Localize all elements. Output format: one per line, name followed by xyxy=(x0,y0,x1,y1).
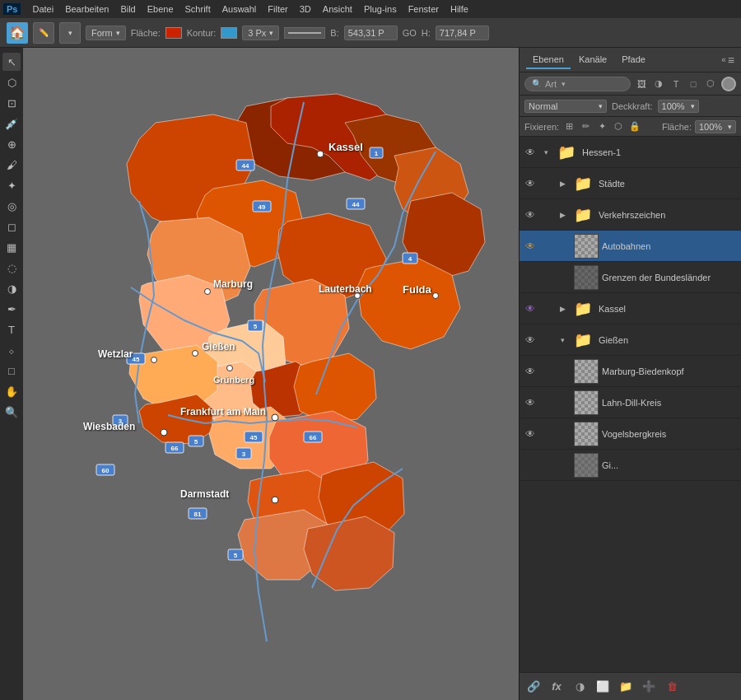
layer-eye-staedte[interactable]: 👁 xyxy=(523,176,538,191)
path-select-tool[interactable]: ⬦ xyxy=(2,341,21,359)
menu-bearbeiten[interactable]: Bearbeiten xyxy=(60,4,114,14)
ps-logo: Ps xyxy=(3,3,21,15)
tab-kanaele[interactable]: Kanäle xyxy=(572,51,613,69)
menu-ebene[interactable]: Ebene xyxy=(142,4,179,14)
mode-dropdown[interactable]: Form ▾ xyxy=(86,26,126,40)
layer-icon-smart[interactable]: ⬡ xyxy=(703,77,718,91)
layer-eye-hessen1[interactable]: 👁 xyxy=(523,145,538,160)
crop-tool[interactable]: ⊡ xyxy=(2,94,21,112)
line-style[interactable] xyxy=(284,27,325,39)
height-input[interactable] xyxy=(436,26,489,40)
layer-icon-adjust[interactable]: ◑ xyxy=(651,77,666,91)
fix-icon-pos[interactable]: ⊞ xyxy=(562,120,576,133)
fix-icon-artboard[interactable]: ⬡ xyxy=(612,120,625,133)
menu-fenster[interactable]: Fenster xyxy=(403,4,444,14)
layer-arrow-hessen1[interactable]: ▾ xyxy=(541,147,551,157)
clone-tool[interactable]: ✦ xyxy=(2,176,21,194)
frankfurt-dot xyxy=(272,414,278,421)
blend-mode-dropdown[interactable]: Normal ▾ xyxy=(524,100,607,113)
layer-arrow-giessen-group[interactable]: ▾ xyxy=(557,335,567,345)
pen-tool-left[interactable]: ✒ xyxy=(2,300,21,318)
footer-adjustment-btn[interactable]: ◑ xyxy=(571,678,589,696)
history-tool[interactable]: ◎ xyxy=(2,197,21,215)
panel-menu-icon[interactable]: ≡ xyxy=(728,54,734,67)
footer-fx-btn[interactable]: fx xyxy=(548,678,566,696)
menu-plugins[interactable]: Plug-ins xyxy=(359,4,402,14)
layer-icon-image[interactable]: 🖼 xyxy=(634,77,649,91)
layer-icon-shape[interactable]: □ xyxy=(686,77,701,91)
layer-eye-kassel[interactable]: 👁 xyxy=(523,301,538,316)
select-tool[interactable]: ↖ xyxy=(2,53,21,71)
stroke-size-dropdown[interactable]: 3 Px ▾ xyxy=(242,26,279,40)
menu-ansicht[interactable]: Ansicht xyxy=(318,4,357,14)
fix-icon-draw[interactable]: ✏ xyxy=(579,120,592,133)
footer-new-btn[interactable]: ➕ xyxy=(640,678,658,696)
layer-item-lahn-dill[interactable]: 👁 Lahn-Dill-Kreis xyxy=(520,387,741,418)
stroke-color-swatch[interactable] xyxy=(221,27,237,39)
layer-item-hessen1[interactable]: 👁 ▾ 📁 Hessen-1 xyxy=(520,137,741,168)
blur-tool[interactable]: ◌ xyxy=(2,259,21,277)
tab-pfade[interactable]: Pfade xyxy=(615,51,652,69)
layer-item-kassel[interactable]: 👁 ▶ 📁 Kassel xyxy=(520,293,741,324)
flaeche-label: Fläche: xyxy=(131,28,161,38)
fill-color-swatch[interactable] xyxy=(165,27,182,39)
menu-bild[interactable]: Bild xyxy=(115,4,140,14)
main: ↖ ⬡ ⊡ 💉 ⊕ 🖌 ✦ ◎ ◻ ▦ ◌ ◑ ✒ T ⬦ □ ✋ 🔍 xyxy=(0,48,741,700)
menu-filter[interactable]: Filter xyxy=(263,4,292,14)
gradient-tool[interactable]: ▦ xyxy=(2,238,21,256)
layer-eye-autobahnen[interactable]: 👁 xyxy=(523,239,538,254)
layer-item-autobahnen[interactable]: 👁 Autobahnen xyxy=(520,231,741,262)
menu-hilfe[interactable]: Hilfe xyxy=(445,4,473,14)
lasso-tool[interactable]: ⬡ xyxy=(2,73,21,91)
footer-mask-btn[interactable]: ⬜ xyxy=(594,678,612,696)
layer-arrow-kassel[interactable]: ▶ xyxy=(557,304,567,314)
layer-eye-marburg[interactable]: 👁 xyxy=(523,364,538,379)
shape-tool[interactable]: □ xyxy=(2,362,21,380)
layer-eye-vogelsberg[interactable]: 👁 xyxy=(523,427,538,441)
layer-eye-grenzen[interactable]: 👁 xyxy=(523,270,538,285)
layers-footer: 🔗 fx ◑ ⬜ 📁 ➕ 🗑 xyxy=(520,672,741,700)
hand-tool[interactable]: ✋ xyxy=(2,382,21,400)
menu-auswahl[interactable]: Auswahl xyxy=(217,4,262,14)
fulda-label: Fulda xyxy=(403,283,431,296)
fix-icon-lock[interactable]: 🔒 xyxy=(628,120,641,133)
fix-icon-move[interactable]: ✦ xyxy=(595,120,608,133)
layer-arrow-staedte[interactable]: ▶ xyxy=(557,179,567,189)
width-input[interactable] xyxy=(344,26,398,40)
panel-collapse-icon[interactable]: « xyxy=(721,55,726,64)
layer-search-box[interactable]: 🔍 Art ▾ xyxy=(524,77,631,91)
pen-tool[interactable]: ✏️ xyxy=(33,22,54,44)
layer-item-grenzen[interactable]: 👁 Grenzen der Bundesländer xyxy=(520,262,741,293)
layer-item-staedte[interactable]: 👁 ▶ 📁 Städte xyxy=(520,168,741,199)
text-tool[interactable]: T xyxy=(2,320,21,338)
footer-delete-btn[interactable]: 🗑 xyxy=(663,678,681,696)
heal-tool[interactable]: ⊕ xyxy=(2,135,21,153)
footer-link-btn[interactable]: 🔗 xyxy=(524,678,543,696)
layer-eye-lahn-dill[interactable]: 👁 xyxy=(523,395,538,410)
opacity-input[interactable]: 100% ▾ xyxy=(658,100,699,113)
menu-3d[interactable]: 3D xyxy=(295,4,316,14)
layer-eye-giessen-group[interactable]: 👁 xyxy=(523,333,538,348)
home-button[interactable]: 🏠 xyxy=(7,22,28,44)
layer-item-gi[interactable]: 👁 Gi... xyxy=(520,450,741,481)
menu-schrift[interactable]: Schrift xyxy=(180,4,216,14)
layer-item-vogelsberg[interactable]: 👁 Vogelsbergkreis xyxy=(520,418,741,450)
zoom-tool[interactable]: 🔍 xyxy=(2,403,21,421)
layer-eye-gi[interactable]: 👁 xyxy=(523,458,538,473)
layer-item-giessen-group[interactable]: 👁 ▾ 📁 Gießen xyxy=(520,324,741,356)
layer-item-marburg[interactable]: 👁 Marburg-Biedenkopf xyxy=(520,356,741,387)
folder-icon-giessen-group: 📁 xyxy=(574,331,592,349)
layer-arrow-verkehrszeichen[interactable]: ▶ xyxy=(557,210,567,220)
tab-ebenen[interactable]: Ebenen xyxy=(526,51,571,69)
footer-group-btn[interactable]: 📁 xyxy=(617,678,635,696)
layer-icon-type[interactable]: T xyxy=(669,77,683,91)
flaeche-input[interactable]: 100% ▾ xyxy=(695,120,736,133)
eyedropper-tool[interactable]: 💉 xyxy=(2,114,21,133)
dodge-tool[interactable]: ◑ xyxy=(2,279,21,297)
tool-arrow[interactable]: ▾ xyxy=(59,22,81,44)
layer-item-verkehrszeichen[interactable]: 👁 ▶ 📁 Verkehrszeichen xyxy=(520,199,741,231)
eraser-tool[interactable]: ◻ xyxy=(2,217,21,236)
layer-eye-verkehrszeichen[interactable]: 👁 xyxy=(523,208,538,222)
menu-datei[interactable]: Datei xyxy=(27,4,58,14)
brush-tool[interactable]: 🖌 xyxy=(2,156,21,174)
